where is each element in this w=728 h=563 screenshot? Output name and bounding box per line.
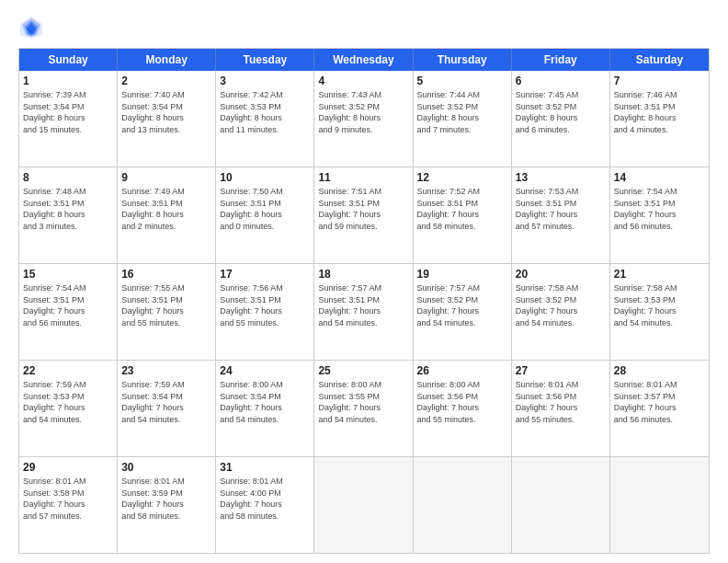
calendar-cell: 25Sunrise: 8:00 AM Sunset: 3:55 PM Dayli… — [314, 361, 413, 456]
day-number: 9 — [121, 170, 211, 185]
day-info: Sunrise: 7:58 AM Sunset: 3:52 PM Dayligh… — [516, 282, 606, 328]
calendar-cell: 29Sunrise: 8:01 AM Sunset: 3:58 PM Dayli… — [19, 457, 118, 553]
day-number: 3 — [220, 74, 310, 88]
calendar-cell: 5Sunrise: 7:44 AM Sunset: 3:52 PM Daylig… — [414, 71, 512, 167]
day-info: Sunrise: 7:56 AM Sunset: 3:51 PM Dayligh… — [220, 282, 310, 328]
day-info: Sunrise: 7:45 AM Sunset: 3:52 PM Dayligh… — [516, 89, 606, 135]
calendar-cell: 10Sunrise: 7:50 AM Sunset: 3:51 PM Dayli… — [216, 167, 314, 263]
day-number: 2 — [121, 74, 211, 88]
day-number: 1 — [23, 74, 113, 88]
day-info: Sunrise: 8:01 AM Sunset: 3:56 PM Dayligh… — [516, 379, 606, 425]
calendar-row-5: 29Sunrise: 8:01 AM Sunset: 3:58 PM Dayli… — [19, 457, 709, 553]
day-number: 4 — [318, 74, 408, 88]
calendar-cell: 6Sunrise: 7:45 AM Sunset: 3:52 PM Daylig… — [512, 71, 610, 167]
day-number: 30 — [121, 460, 211, 475]
day-number: 6 — [516, 74, 606, 88]
calendar-cell: 22Sunrise: 7:59 AM Sunset: 3:53 PM Dayli… — [19, 361, 118, 456]
day-info: Sunrise: 7:40 AM Sunset: 3:54 PM Dayligh… — [121, 89, 211, 135]
day-info: Sunrise: 7:39 AM Sunset: 3:54 PM Dayligh… — [23, 89, 113, 135]
calendar-cell — [512, 457, 610, 553]
calendar-cell: 8Sunrise: 7:48 AM Sunset: 3:51 PM Daylig… — [19, 167, 118, 263]
calendar-cell — [610, 457, 709, 553]
calendar-cell: 14Sunrise: 7:54 AM Sunset: 3:51 PM Dayli… — [610, 167, 709, 263]
calendar-cell: 4Sunrise: 7:43 AM Sunset: 3:52 PM Daylig… — [314, 71, 413, 167]
calendar-cell: 21Sunrise: 7:58 AM Sunset: 3:53 PM Dayli… — [610, 264, 709, 360]
day-info: Sunrise: 7:52 AM Sunset: 3:51 PM Dayligh… — [417, 186, 507, 232]
calendar-cell: 16Sunrise: 7:55 AM Sunset: 3:51 PM Dayli… — [118, 264, 216, 360]
calendar-cell: 1Sunrise: 7:39 AM Sunset: 3:54 PM Daylig… — [19, 71, 118, 167]
calendar-cell: 15Sunrise: 7:54 AM Sunset: 3:51 PM Dayli… — [19, 264, 118, 360]
calendar-cell: 13Sunrise: 7:53 AM Sunset: 3:51 PM Dayli… — [512, 167, 610, 263]
day-info: Sunrise: 7:53 AM Sunset: 3:51 PM Dayligh… — [516, 186, 606, 232]
day-info: Sunrise: 8:01 AM Sunset: 4:00 PM Dayligh… — [220, 476, 310, 522]
logo-icon — [18, 15, 44, 40]
day-number: 14 — [614, 170, 705, 185]
day-info: Sunrise: 7:59 AM Sunset: 3:54 PM Dayligh… — [121, 379, 211, 425]
calendar-cell: 18Sunrise: 7:57 AM Sunset: 3:51 PM Dayli… — [314, 264, 413, 360]
day-info: Sunrise: 7:51 AM Sunset: 3:51 PM Dayligh… — [318, 186, 408, 232]
calendar-cell: 26Sunrise: 8:00 AM Sunset: 3:56 PM Dayli… — [414, 361, 512, 456]
day-number: 16 — [121, 267, 211, 282]
day-info: Sunrise: 7:42 AM Sunset: 3:53 PM Dayligh… — [220, 89, 310, 135]
day-info: Sunrise: 7:55 AM Sunset: 3:51 PM Dayligh… — [121, 282, 211, 328]
logo — [18, 15, 46, 40]
day-number: 15 — [23, 267, 113, 282]
day-number: 21 — [614, 267, 705, 282]
calendar-cell: 11Sunrise: 7:51 AM Sunset: 3:51 PM Dayli… — [314, 167, 413, 263]
calendar-cell: 28Sunrise: 8:01 AM Sunset: 3:57 PM Dayli… — [610, 361, 709, 456]
weekday-header-monday: Monday — [118, 49, 216, 71]
calendar-row-2: 8Sunrise: 7:48 AM Sunset: 3:51 PM Daylig… — [19, 167, 709, 264]
calendar-cell: 19Sunrise: 7:57 AM Sunset: 3:52 PM Dayli… — [414, 264, 512, 360]
day-info: Sunrise: 7:50 AM Sunset: 3:51 PM Dayligh… — [220, 186, 310, 232]
weekday-header-friday: Friday — [512, 49, 610, 71]
day-number: 25 — [318, 363, 408, 378]
day-info: Sunrise: 8:01 AM Sunset: 3:58 PM Dayligh… — [23, 476, 113, 522]
weekday-header-thursday: Thursday — [414, 49, 512, 71]
day-info: Sunrise: 8:00 AM Sunset: 3:55 PM Dayligh… — [318, 379, 408, 425]
calendar-cell: 27Sunrise: 8:01 AM Sunset: 3:56 PM Dayli… — [512, 361, 610, 456]
calendar-body: 1Sunrise: 7:39 AM Sunset: 3:54 PM Daylig… — [19, 71, 709, 553]
day-number: 23 — [121, 363, 211, 378]
day-number: 20 — [516, 267, 606, 282]
day-number: 18 — [318, 267, 408, 282]
calendar-row-4: 22Sunrise: 7:59 AM Sunset: 3:53 PM Dayli… — [19, 361, 709, 457]
day-number: 17 — [220, 267, 310, 282]
calendar-cell: 24Sunrise: 8:00 AM Sunset: 3:54 PM Dayli… — [216, 361, 314, 456]
day-number: 27 — [516, 363, 606, 378]
day-number: 29 — [23, 460, 113, 475]
day-number: 5 — [417, 74, 507, 88]
weekday-header-wednesday: Wednesday — [314, 49, 413, 71]
day-info: Sunrise: 7:43 AM Sunset: 3:52 PM Dayligh… — [318, 89, 408, 135]
day-info: Sunrise: 7:46 AM Sunset: 3:51 PM Dayligh… — [614, 89, 705, 135]
calendar-cell: 2Sunrise: 7:40 AM Sunset: 3:54 PM Daylig… — [118, 71, 216, 167]
day-number: 26 — [417, 363, 507, 378]
day-number: 19 — [417, 267, 507, 282]
calendar-cell — [314, 457, 413, 553]
calendar-row-1: 1Sunrise: 7:39 AM Sunset: 3:54 PM Daylig… — [19, 71, 709, 167]
day-number: 22 — [23, 363, 113, 378]
day-number: 8 — [23, 170, 113, 185]
day-number: 28 — [614, 363, 705, 378]
calendar-header: SundayMondayTuesdayWednesdayThursdayFrid… — [19, 49, 709, 71]
day-number: 7 — [614, 74, 705, 88]
day-info: Sunrise: 8:01 AM Sunset: 3:57 PM Dayligh… — [614, 379, 705, 425]
header — [18, 15, 710, 40]
day-info: Sunrise: 7:54 AM Sunset: 3:51 PM Dayligh… — [23, 282, 113, 328]
calendar-container: SundayMondayTuesdayWednesdayThursdayFrid… — [18, 48, 710, 554]
day-info: Sunrise: 7:57 AM Sunset: 3:52 PM Dayligh… — [417, 282, 507, 328]
day-info: Sunrise: 7:59 AM Sunset: 3:53 PM Dayligh… — [23, 379, 113, 425]
calendar-cell: 7Sunrise: 7:46 AM Sunset: 3:51 PM Daylig… — [610, 71, 709, 167]
page: SundayMondayTuesdayWednesdayThursdayFrid… — [0, 0, 728, 563]
calendar-cell: 17Sunrise: 7:56 AM Sunset: 3:51 PM Dayli… — [216, 264, 314, 360]
calendar-cell — [414, 457, 512, 553]
day-number: 31 — [220, 460, 310, 475]
day-number: 12 — [417, 170, 507, 185]
calendar-cell: 20Sunrise: 7:58 AM Sunset: 3:52 PM Dayli… — [512, 264, 610, 360]
day-info: Sunrise: 7:57 AM Sunset: 3:51 PM Dayligh… — [318, 282, 408, 328]
weekday-header-sunday: Sunday — [19, 49, 118, 71]
calendar-cell: 3Sunrise: 7:42 AM Sunset: 3:53 PM Daylig… — [216, 71, 314, 167]
day-number: 11 — [318, 170, 408, 185]
calendar-cell: 30Sunrise: 8:01 AM Sunset: 3:59 PM Dayli… — [118, 457, 216, 553]
day-info: Sunrise: 7:49 AM Sunset: 3:51 PM Dayligh… — [121, 186, 211, 232]
day-info: Sunrise: 8:00 AM Sunset: 3:54 PM Dayligh… — [220, 379, 310, 425]
